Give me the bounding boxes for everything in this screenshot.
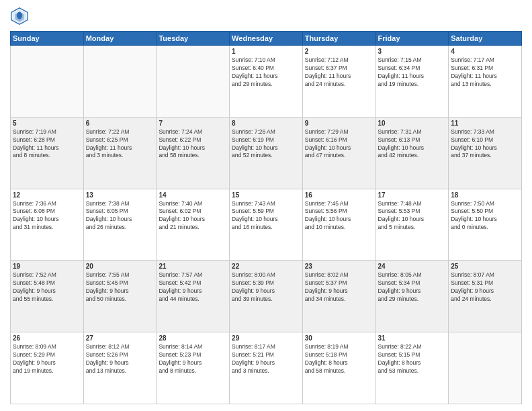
day-info: Sunrise: 8:09 AM Sunset: 5:29 PM Dayligh…	[13, 343, 81, 375]
day-info: Sunrise: 7:38 AM Sunset: 6:05 PM Dayligh…	[86, 200, 154, 232]
day-info: Sunrise: 8:22 AM Sunset: 5:15 PM Dayligh…	[378, 343, 447, 375]
day-number: 6	[86, 120, 154, 127]
day-number: 12	[13, 191, 81, 199]
day-number: 24	[378, 263, 447, 270]
day-number: 1	[232, 48, 300, 55]
day-info: Sunrise: 8:19 AM Sunset: 5:18 PM Dayligh…	[305, 343, 373, 375]
day-info: Sunrise: 7:10 AM Sunset: 6:40 PM Dayligh…	[232, 56, 300, 89]
calendar-cell: 2Sunrise: 7:12 AM Sunset: 6:37 PM Daylig…	[302, 46, 375, 118]
calendar-cell: 14Sunrise: 7:40 AM Sunset: 6:02 PM Dayli…	[157, 189, 230, 261]
day-info: Sunrise: 7:33 AM Sunset: 6:10 PM Dayligh…	[451, 128, 519, 161]
day-number: 21	[159, 263, 227, 270]
day-info: Sunrise: 7:43 AM Sunset: 5:59 PM Dayligh…	[232, 200, 300, 232]
logo	[10, 7, 32, 26]
calendar-cell	[11, 46, 84, 118]
calendar-cell	[449, 332, 522, 404]
day-info: Sunrise: 7:50 AM Sunset: 5:50 PM Dayligh…	[451, 200, 519, 232]
day-number: 8	[232, 120, 300, 127]
day-number: 17	[378, 191, 447, 199]
calendar-cell: 26Sunrise: 8:09 AM Sunset: 5:29 PM Dayli…	[11, 332, 84, 404]
day-info: Sunrise: 8:07 AM Sunset: 5:31 PM Dayligh…	[451, 271, 519, 304]
calendar-cell: 29Sunrise: 8:17 AM Sunset: 5:21 PM Dayli…	[230, 332, 303, 404]
col-header-thursday: Thursday	[302, 32, 375, 46]
day-number: 2	[305, 48, 373, 55]
day-info: Sunrise: 8:00 AM Sunset: 5:39 PM Dayligh…	[232, 271, 300, 304]
calendar-cell: 20Sunrise: 7:55 AM Sunset: 5:45 PM Dayli…	[83, 261, 157, 332]
calendar-cell: 19Sunrise: 7:52 AM Sunset: 5:48 PM Dayli…	[11, 261, 84, 332]
calendar-cell: 7Sunrise: 7:24 AM Sunset: 6:22 PM Daylig…	[157, 117, 230, 189]
calendar-cell	[83, 46, 157, 118]
calendar-cell: 25Sunrise: 8:07 AM Sunset: 5:31 PM Dayli…	[449, 261, 522, 332]
day-info: Sunrise: 7:31 AM Sunset: 6:13 PM Dayligh…	[378, 128, 447, 161]
day-number: 26	[13, 334, 81, 342]
day-number: 22	[232, 263, 300, 270]
day-info: Sunrise: 8:02 AM Sunset: 5:37 PM Dayligh…	[305, 271, 373, 304]
day-number: 28	[159, 334, 227, 342]
calendar-cell: 23Sunrise: 8:02 AM Sunset: 5:37 PM Dayli…	[302, 261, 375, 332]
day-number: 20	[86, 263, 154, 270]
day-info: Sunrise: 8:05 AM Sunset: 5:34 PM Dayligh…	[378, 271, 447, 304]
calendar-cell: 16Sunrise: 7:45 AM Sunset: 5:56 PM Dayli…	[302, 189, 375, 261]
day-number: 13	[86, 191, 154, 199]
calendar-cell: 4Sunrise: 7:17 AM Sunset: 6:31 PM Daylig…	[449, 46, 522, 118]
day-number: 25	[451, 263, 519, 270]
day-info: Sunrise: 7:52 AM Sunset: 5:48 PM Dayligh…	[13, 271, 81, 304]
day-info: Sunrise: 7:45 AM Sunset: 5:56 PM Dayligh…	[305, 200, 373, 232]
day-info: Sunrise: 7:22 AM Sunset: 6:25 PM Dayligh…	[86, 128, 154, 161]
day-info: Sunrise: 7:26 AM Sunset: 6:19 PM Dayligh…	[232, 128, 300, 161]
calendar-cell: 8Sunrise: 7:26 AM Sunset: 6:19 PM Daylig…	[230, 117, 303, 189]
day-number: 16	[305, 191, 373, 199]
calendar-cell: 28Sunrise: 8:14 AM Sunset: 5:23 PM Dayli…	[157, 332, 230, 404]
header	[10, 7, 522, 26]
day-info: Sunrise: 7:57 AM Sunset: 5:42 PM Dayligh…	[159, 271, 227, 304]
day-number: 27	[86, 334, 154, 342]
calendar-table: SundayMondayTuesdayWednesdayThursdayFrid…	[10, 31, 522, 404]
day-number: 23	[305, 263, 373, 270]
col-header-wednesday: Wednesday	[230, 32, 303, 46]
calendar-cell	[157, 46, 230, 118]
day-number: 11	[451, 120, 519, 127]
day-info: Sunrise: 7:36 AM Sunset: 6:08 PM Dayligh…	[13, 200, 81, 232]
calendar-cell: 13Sunrise: 7:38 AM Sunset: 6:05 PM Dayli…	[83, 189, 157, 261]
day-number: 3	[378, 48, 447, 55]
calendar-cell: 3Sunrise: 7:15 AM Sunset: 6:34 PM Daylig…	[375, 46, 449, 118]
day-number: 10	[378, 120, 447, 127]
day-number: 7	[159, 120, 227, 127]
calendar-cell: 31Sunrise: 8:22 AM Sunset: 5:15 PM Dayli…	[375, 332, 449, 404]
day-number: 5	[13, 120, 81, 127]
calendar-cell: 11Sunrise: 7:33 AM Sunset: 6:10 PM Dayli…	[449, 117, 522, 189]
day-info: Sunrise: 7:15 AM Sunset: 6:34 PM Dayligh…	[378, 56, 447, 89]
day-info: Sunrise: 7:55 AM Sunset: 5:45 PM Dayligh…	[86, 271, 154, 304]
calendar-cell: 15Sunrise: 7:43 AM Sunset: 5:59 PM Dayli…	[230, 189, 303, 261]
day-number: 19	[13, 263, 81, 270]
logo-icon	[10, 7, 29, 26]
day-info: Sunrise: 7:17 AM Sunset: 6:31 PM Dayligh…	[451, 56, 519, 89]
calendar-cell: 17Sunrise: 7:48 AM Sunset: 5:53 PM Dayli…	[375, 189, 449, 261]
calendar-cell: 12Sunrise: 7:36 AM Sunset: 6:08 PM Dayli…	[11, 189, 84, 261]
day-info: Sunrise: 7:24 AM Sunset: 6:22 PM Dayligh…	[159, 128, 227, 161]
day-info: Sunrise: 8:14 AM Sunset: 5:23 PM Dayligh…	[159, 343, 227, 375]
col-header-saturday: Saturday	[449, 32, 522, 46]
col-header-sunday: Sunday	[11, 32, 84, 46]
calendar-cell: 1Sunrise: 7:10 AM Sunset: 6:40 PM Daylig…	[230, 46, 303, 118]
day-number: 31	[378, 334, 447, 342]
day-info: Sunrise: 7:48 AM Sunset: 5:53 PM Dayligh…	[378, 200, 447, 232]
day-info: Sunrise: 8:12 AM Sunset: 5:26 PM Dayligh…	[86, 343, 154, 375]
day-number: 4	[451, 48, 519, 55]
day-info: Sunrise: 8:17 AM Sunset: 5:21 PM Dayligh…	[232, 343, 300, 375]
calendar-cell: 10Sunrise: 7:31 AM Sunset: 6:13 PM Dayli…	[375, 117, 449, 189]
page: SundayMondayTuesdayWednesdayThursdayFrid…	[0, 0, 532, 411]
day-number: 15	[232, 191, 300, 199]
calendar-cell: 27Sunrise: 8:12 AM Sunset: 5:26 PM Dayli…	[83, 332, 157, 404]
day-number: 30	[305, 334, 373, 342]
day-number: 14	[159, 191, 227, 199]
calendar-cell: 18Sunrise: 7:50 AM Sunset: 5:50 PM Dayli…	[449, 189, 522, 261]
calendar-cell: 30Sunrise: 8:19 AM Sunset: 5:18 PM Dayli…	[302, 332, 375, 404]
day-info: Sunrise: 7:40 AM Sunset: 6:02 PM Dayligh…	[159, 200, 227, 232]
col-header-tuesday: Tuesday	[157, 32, 230, 46]
calendar-cell: 6Sunrise: 7:22 AM Sunset: 6:25 PM Daylig…	[83, 117, 157, 189]
calendar-cell: 21Sunrise: 7:57 AM Sunset: 5:42 PM Dayli…	[157, 261, 230, 332]
day-number: 29	[232, 334, 300, 342]
day-info: Sunrise: 7:29 AM Sunset: 6:16 PM Dayligh…	[305, 128, 373, 161]
col-header-friday: Friday	[375, 32, 449, 46]
